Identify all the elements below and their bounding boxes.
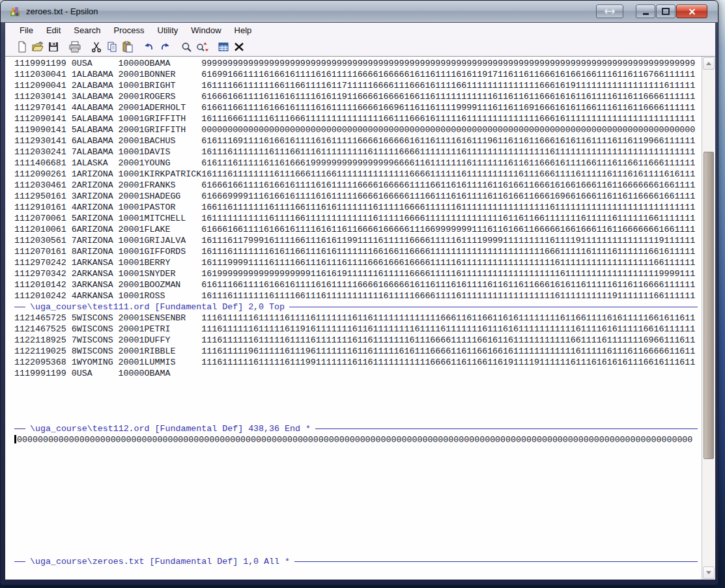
mode-line: \uga_course\test111.ord [Fundamental Def…: [14, 301, 702, 313]
new-document-icon: [16, 41, 28, 53]
buffer-1-line: 1112090261 1ARIZONA 10001KIRKPATRICK1611…: [14, 169, 702, 180]
blank-line: [14, 390, 702, 401]
menu-bar: FileEditSearchProcessUtilityWindowHelp: [5, 23, 715, 37]
app-icon: [10, 6, 21, 18]
arrow-up-icon: [706, 62, 711, 65]
maximize-icon: [662, 8, 670, 15]
cut-button[interactable]: [89, 39, 104, 55]
mode-line: \uga_course\test112.ord [Fundamental Def…: [14, 423, 702, 434]
vertical-scrollbar[interactable]: [702, 57, 715, 580]
modeline-dash: [315, 428, 698, 429]
blank-line: [14, 412, 702, 423]
blank-line: [14, 523, 702, 534]
paste-icon: [122, 41, 134, 53]
save-button[interactable]: [46, 39, 61, 55]
menu-file[interactable]: File: [13, 23, 40, 37]
buffer-2-line: 1122095368 1WYOMING 20001LUMMIS 11161111…: [14, 357, 702, 368]
print-button[interactable]: [67, 39, 83, 55]
buffer-1-line: 1119090141 5ALABAMA 20001GRIFFITH 000000…: [14, 124, 702, 135]
minimize-button[interactable]: [636, 5, 655, 18]
buffer-1-line: 1119991199 0USA 10000OBAMA 9999999999999…: [14, 58, 702, 69]
buffer-1-line: 1112010142 3ARKANSA 20001BOOZMAN 6161116…: [14, 279, 702, 290]
menu-edit[interactable]: Edit: [40, 23, 67, 37]
buffer-2-line: 1122118925 7WISCONS 20001DUFFY 111611111…: [14, 335, 702, 346]
buffer-1-line: 1112070161 8ARIZONA 10001GIFFORDS 161116…: [14, 246, 702, 257]
buffer-1-line: 1112030141 3ALABAMA 20001ROGERS 61666166…: [14, 91, 702, 102]
blank-line: [14, 490, 702, 501]
buffer-1-line: 1112090141 5ALABAMA 10001GRIFFITH 161116…: [14, 113, 702, 124]
close-icon: [689, 8, 696, 15]
scroll-down-button[interactable]: [703, 567, 715, 579]
text-cursor: [14, 435, 16, 443]
buffer-1-line: 1111406681 1ALASKA 20001YOUNG 6161116111…: [14, 158, 702, 169]
buffer-3-line: 0000000000000000000000000000000000000000…: [14, 434, 702, 445]
paste-button[interactable]: [120, 39, 135, 55]
buffer-1-line: 1112030041 1ALABAMA 20001BONNER 61699166…: [14, 69, 702, 80]
search-icon: [180, 41, 192, 53]
delete-button[interactable]: [231, 39, 247, 55]
open-file-button[interactable]: [30, 39, 46, 55]
editor-text-area[interactable]: 1119991199 0USA 10000OBAMA 9999999999999…: [5, 57, 702, 580]
modeline-dash: [289, 307, 698, 307]
copy-icon: [106, 41, 118, 53]
menu-search[interactable]: Search: [67, 23, 107, 37]
buffer-1-line: 1112970342 2ARKANSA 10001SNYDER 16199999…: [14, 268, 702, 279]
scroll-up-button[interactable]: [703, 57, 715, 70]
buffer-2-line: 1121465725 5WISCONS 20001SENSENBR 111611…: [14, 313, 702, 324]
open-file-icon: [31, 41, 44, 53]
query-replace-icon: [195, 41, 208, 53]
arrow-down-icon: [706, 571, 711, 574]
modeline-text: \uga_course\test112.ord [Fundamental Def…: [30, 423, 311, 434]
modeline-dash: [14, 428, 25, 429]
blank-line: [14, 401, 702, 412]
delete-icon: [233, 41, 245, 53]
print-icon: [68, 41, 81, 53]
app-body: FileEditSearchProcessUtilityWindowHelp 1…: [5, 23, 715, 580]
blank-line: [14, 512, 702, 523]
buffer-1-line: 1112070061 5ARIZONA 10001MITCHELL 161111…: [14, 213, 702, 224]
undo-button[interactable]: [141, 39, 157, 55]
blank-line: [14, 534, 702, 545]
blank-line: [14, 456, 702, 468]
buffer-1-line: 1112030241 7ALABAMA 10001DAVIS 161116111…: [14, 147, 702, 158]
dialog-list-button[interactable]: [216, 39, 231, 55]
modeline-dash: [14, 307, 25, 307]
copy-button[interactable]: [104, 39, 120, 55]
buffer-2-line: 1119991199 0USA 10000OBAMA: [14, 368, 702, 379]
cut-icon: [91, 41, 102, 53]
title-bar[interactable]: zeroes.txt - Epsilon: [1, 1, 718, 23]
buffer-1-line: 1112970242 1ARKANSA 10001BERRY 161119999…: [14, 257, 702, 268]
menu-utility[interactable]: Utility: [151, 23, 185, 37]
maximize-button[interactable]: [656, 5, 675, 18]
new-document-button[interactable]: [14, 39, 30, 55]
query-replace-button[interactable]: [194, 39, 210, 55]
buffer-1-line: 1112970141 4ALABAMA 20001ADERHOLT 616611…: [14, 102, 702, 113]
buffer-1-line: 1112010242 4ARKANSA 10001ROSS 1611161111…: [14, 290, 702, 301]
close-button[interactable]: [676, 5, 707, 18]
minimize-icon: [643, 13, 649, 15]
save-icon: [48, 41, 59, 53]
buffer-1-line: 1112030461 2ARIZONA 20001FRANKS 61666166…: [14, 180, 702, 191]
blank-line: [14, 545, 702, 556]
resize-toggle-button[interactable]: [596, 5, 623, 18]
buffer-1-line: 1112930141 6ALABAMA 20001BACHUS 61611169…: [14, 135, 702, 147]
blank-line: [14, 445, 702, 456]
menu-help[interactable]: Help: [228, 23, 259, 37]
window-title: zeroes.txt - Epsilon: [26, 7, 596, 16]
redo-button[interactable]: [157, 39, 173, 55]
buffer-2-line: 1122119025 8WISCONS 20001RIBBLE 11161111…: [14, 346, 702, 357]
buffer-1-line: 1112950161 3ARIZONA 20001SHADEGG 6166699…: [14, 191, 702, 202]
undo-icon: [143, 41, 156, 53]
redo-icon: [158, 41, 171, 53]
modeline-text: \uga_course\test111.ord [Fundamental Def…: [30, 301, 285, 313]
modeline-text: \uga_course\zeroes.txt [Fundamental Def]…: [30, 556, 290, 567]
buffer-1-line: 1112030561 7ARIZONA 10001GRIJALVA 161116…: [14, 235, 702, 246]
search-button[interactable]: [178, 39, 194, 55]
menu-process[interactable]: Process: [107, 23, 151, 37]
toolbar: [5, 37, 715, 57]
blank-line: [14, 468, 702, 479]
modeline-dash: [14, 561, 25, 562]
blank-line: [14, 379, 702, 390]
scrollbar-thumb[interactable]: [704, 152, 714, 459]
menu-window[interactable]: Window: [184, 23, 227, 37]
